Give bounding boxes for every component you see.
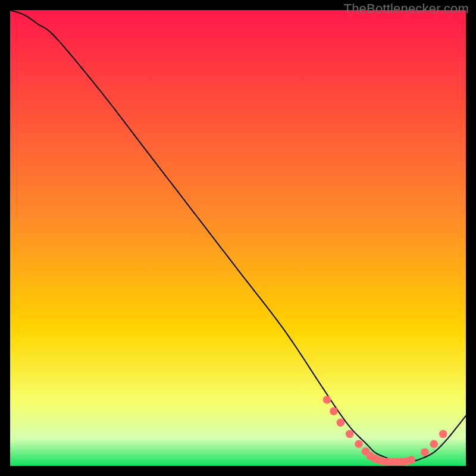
marker-dot bbox=[421, 448, 429, 456]
bottleneck-chart bbox=[0, 0, 476, 476]
marker-dot bbox=[407, 456, 415, 464]
watermark-text: TheBottlenecker.com bbox=[344, 1, 469, 17]
chart-container: TheBottlenecker.com bbox=[0, 0, 476, 476]
marker-dot bbox=[330, 407, 338, 415]
marker-dot bbox=[430, 440, 439, 448]
marker-dot bbox=[346, 430, 354, 439]
plot-background bbox=[10, 10, 466, 466]
marker-dot bbox=[323, 396, 331, 404]
marker-dot bbox=[337, 418, 345, 427]
marker-dot bbox=[439, 430, 447, 439]
marker-dot bbox=[355, 440, 363, 448]
